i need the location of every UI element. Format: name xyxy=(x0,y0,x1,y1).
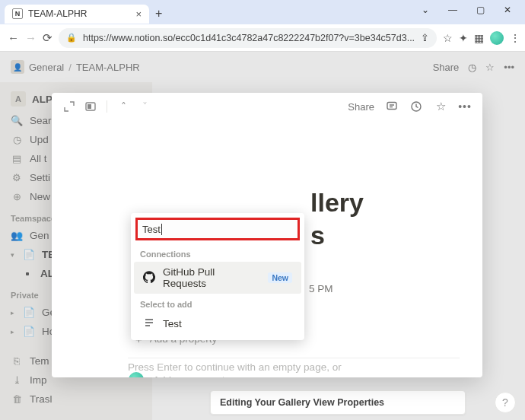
chrome-menu-icon[interactable]: ⋮ xyxy=(510,32,520,44)
close-window-button[interactable]: ✕ xyxy=(495,2,520,18)
url-text: https://www.notion.so/ecc0c1d41c3c4782a4… xyxy=(83,33,415,43)
chevron-right-icon[interactable]: ▸ xyxy=(11,309,14,317)
page-title-fragment2[interactable]: s xyxy=(310,221,325,250)
url-input[interactable]: 🔒 https://www.notion.so/ecc0c1d41c3c4782… xyxy=(59,28,437,48)
workspace-icon: A xyxy=(11,91,26,107)
chevron-down-icon[interactable]: ▾ xyxy=(11,251,14,259)
profile-avatar-icon[interactable] xyxy=(490,31,504,45)
new-tab-button[interactable]: + xyxy=(155,7,162,21)
modal-topbar: ˄ ˅ Share ☆ ••• xyxy=(52,93,482,120)
browser-chrome: N TEAM-ALPHR × + ⌄ — ▢ ✕ ← → ⟳ 🔒 https:/… xyxy=(0,0,525,52)
property-search-input[interactable]: Test xyxy=(135,218,300,240)
new-badge: New xyxy=(268,272,292,283)
team-icon: 👥 xyxy=(11,230,23,241)
window-controls: ⌄ — ▢ ✕ xyxy=(412,2,520,18)
nav-up-icon[interactable]: ˄ xyxy=(116,100,130,113)
space-icon: 👤 xyxy=(11,60,24,74)
page-title-fragment1[interactable]: llery xyxy=(310,189,364,217)
sidebar-label: Trasl xyxy=(30,393,52,405)
sidebar-label: Gen xyxy=(30,230,49,241)
chevron-right-icon[interactable]: ▸ xyxy=(11,328,14,336)
extensions-icon[interactable]: ✦ xyxy=(459,32,468,44)
reload-button[interactable]: ⟳ xyxy=(43,31,52,45)
nav-down-icon[interactable]: ˅ xyxy=(138,100,151,113)
template-icon: ⎘ xyxy=(11,355,23,367)
svg-rect-1 xyxy=(88,104,91,109)
updates-icon[interactable] xyxy=(409,100,423,113)
created-time-value: 5 PM xyxy=(309,283,333,294)
minimize-button[interactable]: — xyxy=(440,2,466,18)
sidebar-label: All t xyxy=(30,153,47,164)
empty-page-hint: Press Enter to continue with an empty pa… xyxy=(128,361,342,373)
notion-app: 👤 General / TEAM-ALPHR Share ◷ ☆ ••• A A… xyxy=(0,52,525,420)
sidebar-label: Imp xyxy=(30,374,47,386)
text-icon xyxy=(143,317,155,331)
info-card-text: Editing Your Gallery View Properties xyxy=(220,397,384,408)
star-icon[interactable]: ☆ xyxy=(485,62,495,73)
lock-icon: 🔒 xyxy=(66,33,77,43)
help-button[interactable]: ? xyxy=(495,392,516,413)
page-icon: 📄 xyxy=(23,249,35,260)
more-icon[interactable]: ••• xyxy=(504,62,514,73)
window-dropdown-icon[interactable]: ⌄ xyxy=(412,2,438,18)
trash-icon: 🗑 xyxy=(11,393,23,405)
tab-title: TEAM-ALPHR xyxy=(28,8,130,19)
comments-icon[interactable] xyxy=(385,100,399,113)
modal-more-icon[interactable]: ••• xyxy=(458,100,472,113)
divider xyxy=(128,358,460,358)
address-bar: ← → ⟳ 🔒 https://www.notion.so/ecc0c1d41c… xyxy=(0,24,525,52)
sidebar-label: Upd xyxy=(30,134,49,145)
extension-icons: ☆ ✦ ▦ ⋮ xyxy=(443,31,520,45)
user-avatar-icon xyxy=(129,372,144,377)
sidebar-label: New xyxy=(30,191,50,202)
svg-rect-2 xyxy=(387,103,396,110)
gear-icon: ⚙ xyxy=(11,172,23,183)
plus-circle-icon: ⊕ xyxy=(11,191,23,202)
stack-icon: ▤ xyxy=(11,153,23,164)
peek-icon[interactable] xyxy=(84,100,97,113)
ext-cube-icon[interactable]: ▦ xyxy=(474,32,484,44)
page-modal: ˄ ˅ Share ☆ ••• llery s 5 PM + Add a pro… xyxy=(52,93,482,377)
comment-placeholder: Add a comment... xyxy=(153,374,234,378)
clock-icon: ◷ xyxy=(11,134,23,145)
dropdown-section-select: Select to add xyxy=(131,294,304,312)
notion-favicon: N xyxy=(12,8,23,19)
sidebar-item-trash[interactable]: 🗑Trasl xyxy=(5,390,148,409)
forward-button: → xyxy=(25,31,37,44)
dropdown-section-connections: Connections xyxy=(131,243,304,262)
dropdown-item-label: GitHub Pull Requests xyxy=(163,266,260,289)
dropdown-item-github[interactable]: GitHub Pull Requests New xyxy=(134,262,301,294)
property-dropdown: Test Connections GitHub Pull Requests Ne… xyxy=(131,213,304,340)
sidebar-label: Tem xyxy=(30,355,49,367)
browser-tab[interactable]: N TEAM-ALPHR × xyxy=(5,5,149,24)
maximize-button[interactable]: ▢ xyxy=(467,2,493,18)
clock-icon[interactable]: ◷ xyxy=(468,62,476,73)
comment-input[interactable]: Add a comment... xyxy=(129,372,234,377)
search-icon: 🔍 xyxy=(11,115,23,126)
page-dot-icon xyxy=(26,272,29,275)
modal-share[interactable]: Share xyxy=(348,101,374,113)
page-icon: 📄 xyxy=(23,326,35,337)
favorite-icon[interactable]: ☆ xyxy=(434,100,447,113)
topbar-share[interactable]: Share xyxy=(433,62,460,73)
info-card[interactable]: Editing Your Gallery View Properties xyxy=(210,390,466,415)
dropdown-item-label: Test xyxy=(163,318,182,329)
help-icon: ? xyxy=(502,396,508,409)
property-created-value: 5 PM xyxy=(309,283,333,294)
breadcrumb-space[interactable]: General xyxy=(29,62,64,73)
dropdown-item-test[interactable]: Test xyxy=(134,312,301,336)
expand-icon[interactable] xyxy=(62,100,76,113)
star-bookmark-icon[interactable]: ☆ xyxy=(443,32,453,44)
notion-topbar: 👤 General / TEAM-ALPHR Share ◷ ☆ ••• xyxy=(0,52,525,82)
breadcrumb-page[interactable]: TEAM-ALPHR xyxy=(76,62,140,73)
sidebar-label: Setti xyxy=(30,172,50,183)
divider xyxy=(107,100,107,113)
text-cursor xyxy=(161,224,162,235)
page-icon: 📄 xyxy=(23,307,35,318)
back-button[interactable]: ← xyxy=(8,31,19,44)
breadcrumb-sep: / xyxy=(68,62,72,73)
close-tab-icon[interactable]: × xyxy=(135,8,142,20)
property-search-value: Test xyxy=(142,224,161,235)
download-icon: ⤓ xyxy=(11,374,23,386)
share-url-icon[interactable]: ⇪ xyxy=(421,32,429,43)
